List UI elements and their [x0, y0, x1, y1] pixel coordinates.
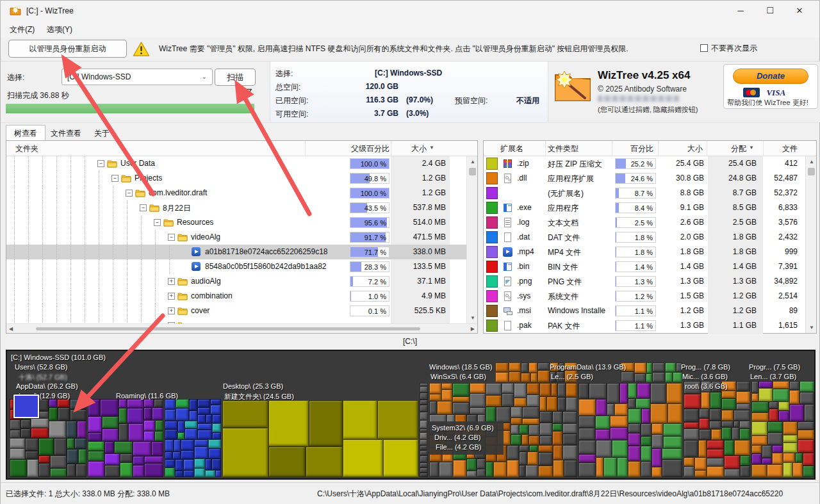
treemap-block[interactable] — [66, 421, 77, 438]
treemap-block[interactable] — [194, 468, 205, 477]
treemap-block[interactable] — [165, 467, 175, 477]
treemap-block[interactable] — [154, 399, 163, 407]
treemap-block[interactable] — [181, 450, 194, 459]
treemap-block[interactable] — [519, 451, 527, 465]
treemap-block[interactable] — [519, 465, 525, 477]
treemap-block[interactable] — [509, 362, 521, 371]
treemap-block[interactable] — [486, 462, 493, 477]
treemap-block[interactable] — [210, 399, 221, 405]
treemap-block[interactable] — [684, 409, 699, 422]
treemap-block[interactable] — [628, 423, 641, 433]
treemap-block[interactable] — [652, 423, 663, 434]
tree-row[interactable]: −videoAlg91.7 %471.5 MB — [6, 230, 467, 245]
treemap-block[interactable] — [621, 371, 634, 382]
treemap-block[interactable] — [486, 407, 496, 423]
treemap-block[interactable] — [803, 466, 814, 477]
treemap-block[interactable] — [804, 404, 814, 421]
treemap-block[interactable] — [189, 411, 197, 421]
treemap-block[interactable] — [144, 399, 154, 407]
treemap-block[interactable] — [684, 457, 694, 466]
treemap-block[interactable] — [154, 431, 163, 441]
treemap-block[interactable] — [751, 381, 758, 393]
treemap-block[interactable] — [783, 462, 792, 477]
treemap-block[interactable] — [514, 398, 527, 407]
tree-row[interactable]: +combination1.0 %4.9 MB — [6, 289, 467, 304]
treemap-block[interactable] — [694, 457, 707, 470]
drive-dropdown[interactable]: [C:] Windows-SSD ⌄ — [62, 69, 213, 85]
treemap-block[interactable] — [610, 427, 628, 440]
ext-row[interactable]: .pngPNG 文件1.3 %1.3 GB1.3 GB34,892 — [484, 274, 806, 289]
treemap-block[interactable] — [144, 456, 163, 463]
tab-about[interactable]: 关于 — [86, 126, 117, 141]
treemap-block[interactable] — [634, 373, 646, 382]
col-extension[interactable]: 扩展名 — [500, 143, 523, 154]
tree-row[interactable]: +audioAlg7.2 %37.1 MB — [6, 274, 467, 289]
treemap-block[interactable] — [144, 420, 155, 431]
treemap-block[interactable] — [711, 429, 721, 440]
treemap-block[interactable] — [420, 467, 428, 473]
treemap-block[interactable] — [732, 427, 739, 440]
treemap-block[interactable] — [736, 391, 750, 403]
treemap-block[interactable] — [268, 446, 306, 477]
treemap-block[interactable] — [102, 416, 119, 428]
treemap-block[interactable] — [709, 421, 721, 429]
treemap-block[interactable] — [25, 438, 38, 451]
treemap-block[interactable] — [222, 400, 268, 428]
treemap-block[interactable] — [194, 459, 205, 468]
treemap-block[interactable] — [578, 416, 595, 428]
treemap-block[interactable] — [789, 390, 800, 404]
treemap-block[interactable] — [49, 399, 57, 407]
ext-row[interactable]: .log文本文档2.5 %2.6 GB2.5 GB3,576 — [484, 215, 806, 230]
treemap-block[interactable] — [699, 429, 711, 440]
treemap-block[interactable] — [486, 383, 502, 395]
treemap-block[interactable] — [578, 454, 596, 462]
treemap-block[interactable] — [151, 441, 163, 456]
ext-row[interactable]: .pakPAK 文件1.1 %1.3 GB1.1 GB1,615 — [484, 318, 806, 333]
treemap-block[interactable] — [769, 409, 778, 421]
treemap-block[interactable] — [676, 362, 682, 372]
treemap-block[interactable] — [176, 399, 189, 408]
treemap-block[interactable] — [751, 402, 769, 412]
checkbox-box[interactable] — [700, 44, 708, 52]
treemap-block[interactable] — [70, 409, 86, 421]
treemap-block[interactable] — [641, 436, 652, 446]
treemap-block[interactable] — [511, 407, 522, 418]
treemap-block[interactable] — [684, 440, 698, 457]
tab-tree-view[interactable]: 树查看 — [6, 125, 45, 142]
treemap-block[interactable] — [172, 451, 181, 459]
scan-button[interactable]: 扫描 — [215, 69, 256, 86]
ext-row[interactable]: .zip好压 ZIP 压缩文25.2 %25.4 GB25.4 GB412 — [484, 156, 806, 171]
treemap-block[interactable] — [650, 383, 666, 403]
treemap-block[interactable] — [663, 423, 682, 436]
treemap-block[interactable] — [566, 397, 577, 411]
treemap-block[interactable] — [800, 392, 814, 404]
col-alloc[interactable]: 分配 — [716, 143, 746, 154]
treemap-block[interactable] — [343, 400, 377, 439]
treemap-block[interactable] — [493, 462, 507, 477]
treemap-block[interactable] — [721, 391, 736, 398]
treemap-block[interactable] — [50, 455, 67, 468]
treemap-block[interactable] — [621, 362, 634, 371]
treemap-block[interactable] — [144, 431, 154, 441]
treemap-block[interactable] — [773, 389, 789, 402]
ext-vertical-scrollbar[interactable]: ▲ ▼ — [805, 156, 816, 333]
tree-row[interactable]: +cover0.1 %525.5 KB — [6, 304, 467, 318]
treemap-block[interactable] — [663, 436, 682, 448]
treemap-block[interactable] — [641, 423, 652, 436]
treemap-block[interactable] — [652, 434, 663, 448]
treemap-block[interactable] — [31, 428, 49, 438]
treemap-block[interactable] — [552, 423, 562, 431]
treemap-block[interactable] — [562, 445, 577, 460]
treemap-block[interactable] — [783, 453, 795, 462]
treemap-block[interactable] — [529, 445, 538, 451]
treemap-block[interactable] — [673, 372, 682, 382]
treemap-block[interactable] — [612, 440, 628, 457]
collapse-icon[interactable]: − — [140, 204, 147, 211]
treemap-block[interactable] — [614, 403, 628, 416]
treemap-block[interactable] — [197, 430, 212, 439]
treemap-block[interactable] — [557, 383, 566, 397]
treemap-block[interactable] — [183, 470, 194, 477]
treemap-block[interactable] — [684, 394, 701, 409]
treemap-block[interactable] — [798, 421, 814, 430]
treemap-block[interactable] — [20, 428, 31, 438]
